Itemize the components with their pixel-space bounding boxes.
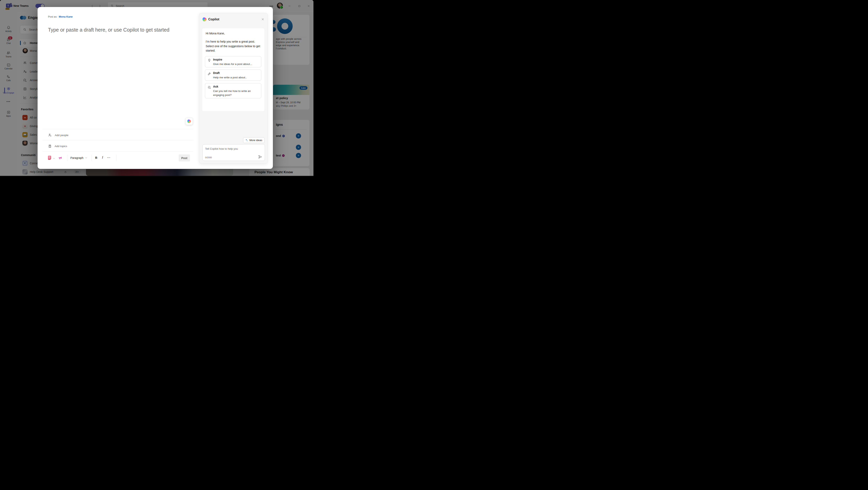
- topics-book-icon: [48, 144, 52, 148]
- divider: [42, 140, 193, 140]
- draft-editor[interactable]: Type or paste a draft here, or use Copil…: [48, 27, 169, 33]
- copilot-panel: Copilot Hi Mona Kane, I’m here to help y…: [199, 13, 268, 163]
- formatting-more-button[interactable]: ···: [107, 156, 111, 159]
- copilot-input-placeholder: Tell Copilot how to help you: [205, 147, 238, 150]
- toolbar-divider: [116, 155, 117, 161]
- post-type-chevron-icon[interactable]: [53, 157, 55, 160]
- bold-button[interactable]: B: [95, 156, 97, 159]
- copilot-icon: [187, 120, 191, 123]
- copilot-message-card: Hi Mona Kane, I’m here to help you write…: [202, 28, 265, 111]
- svg-text:?: ?: [209, 86, 210, 88]
- person-add-icon: [48, 133, 52, 137]
- close-icon: [261, 18, 264, 21]
- more-ideas-button[interactable]: More ideas: [243, 137, 265, 143]
- italic-button[interactable]: I: [102, 156, 103, 159]
- pencil-icon: [208, 72, 211, 75]
- copilot-close-button[interactable]: [261, 17, 265, 21]
- taskbar-edge: [0, 176, 313, 177]
- post-type-icon[interactable]: [48, 156, 51, 160]
- post-composer-dialog: Post as:Mona Kane Type or paste a draft …: [38, 7, 273, 169]
- divider: [42, 129, 193, 129]
- copilot-intro: I’m here to help you write a great post.…: [206, 39, 261, 53]
- suggestion-inspire[interactable]: Inspire Give me ideas for a post about..…: [205, 56, 261, 67]
- char-counter: 0/2000: [205, 156, 212, 159]
- copilot-greeting: Hi Mona Kane,: [206, 32, 225, 35]
- post-as-row: Post as:Mona Kane: [48, 15, 72, 18]
- copilot-prompt-input[interactable]: Tell Copilot how to help you 0/2000: [203, 144, 265, 161]
- post-button[interactable]: Post: [179, 155, 190, 161]
- copilot-launcher-button[interactable]: [186, 118, 193, 125]
- sparkle-icon: [245, 139, 248, 142]
- send-button[interactable]: [258, 155, 262, 159]
- add-people-button[interactable]: Add people: [48, 132, 68, 138]
- send-icon: [258, 155, 262, 159]
- praise-megaphone-icon[interactable]: [58, 155, 63, 160]
- teams-window: T PRE New Teams Search ••• ✓ Activit: [0, 0, 313, 177]
- suggestion-ask[interactable]: ? Ask Can you tell me how to write an en…: [205, 83, 261, 98]
- post-as-author-link[interactable]: Mona Kane: [59, 15, 72, 18]
- copilot-icon: [203, 18, 207, 21]
- paragraph-style-dropdown[interactable]: Paragraph: [70, 156, 87, 160]
- suggestion-draft[interactable]: Draft Help me write a post about..: [205, 70, 261, 81]
- lightbulb-icon: [208, 59, 211, 62]
- add-topics-button[interactable]: Add topics: [48, 143, 67, 149]
- chat-question-icon: ?: [208, 86, 211, 89]
- copilot-title: Copilot: [208, 18, 219, 21]
- toolbar-divider: [67, 155, 67, 161]
- chevron-down-icon: [85, 157, 87, 159]
